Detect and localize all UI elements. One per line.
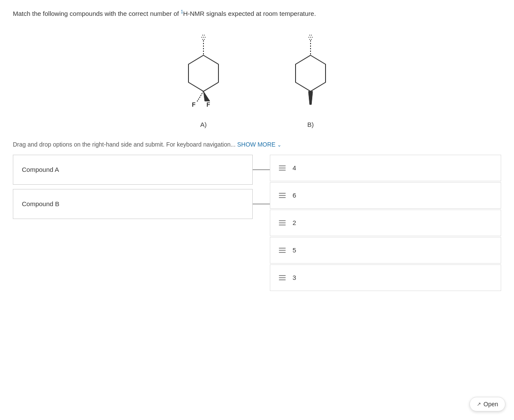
svg-marker-1: [188, 55, 218, 91]
svg-marker-11: [308, 91, 313, 105]
svg-text:F: F: [206, 101, 210, 108]
compound-a-row: Compound A: [13, 155, 270, 185]
diagram-a-label: A): [200, 121, 207, 128]
diagram-b-label: B): [308, 121, 314, 128]
instruction-text: Match the following compounds with the c…: [13, 9, 501, 19]
option-4[interactable]: 4: [270, 155, 501, 181]
svg-marker-10: [296, 55, 326, 91]
option-6-value: 6: [293, 192, 296, 199]
chevron-down-icon: ⌄: [277, 142, 281, 148]
drag-handle-icon: [279, 165, 286, 171]
diagram-b: B): [283, 32, 338, 128]
drag-handle-icon-3: [279, 220, 286, 225]
option-6[interactable]: 6: [270, 182, 501, 209]
svg-line-3: [197, 91, 203, 102]
instruction-prefix: Match the following compounds with the c…: [13, 10, 181, 17]
option-3-value: 3: [293, 274, 296, 281]
molecule-b-svg: [283, 32, 338, 117]
option-4-value: 4: [293, 164, 296, 171]
diagrams-section: F F A) B): [13, 32, 501, 128]
option-2-value: 2: [293, 219, 296, 226]
option-5-value: 5: [293, 246, 296, 254]
svg-text:F: F: [192, 101, 196, 108]
compound-b-row: Compound B: [13, 189, 270, 219]
compound-b-box[interactable]: Compound B: [13, 189, 253, 219]
dnd-instruction-text: Drag and drop options on the right-hand …: [13, 141, 236, 148]
drag-handle-icon-5: [279, 275, 286, 280]
matching-area: Compound A Compound B 4: [13, 155, 501, 291]
instruction-suffix: H-NMR signals expected at room temperatu…: [183, 10, 316, 17]
show-more-link[interactable]: SHOW MORE ⌄: [237, 141, 281, 148]
option-5[interactable]: 5: [270, 237, 501, 264]
drag-handle-icon-4: [279, 248, 286, 253]
compounds-section: Compound A Compound B: [13, 155, 270, 219]
diagram-a: F F A): [176, 32, 231, 128]
drag-handle-icon-2: [279, 193, 286, 198]
dnd-instruction: Drag and drop options on the right-hand …: [13, 141, 501, 148]
svg-marker-2: [203, 91, 210, 101]
option-2[interactable]: 2: [270, 210, 501, 236]
options-column: 4 6 2 5: [270, 155, 501, 291]
molecule-a-svg: F F: [176, 32, 231, 117]
connector-a: [253, 169, 270, 170]
connector-b: [253, 204, 270, 204]
option-3[interactable]: 3: [270, 264, 501, 291]
compound-b-label: Compound B: [22, 200, 60, 207]
compound-a-label: Compound A: [22, 166, 59, 173]
compound-a-box[interactable]: Compound A: [13, 155, 253, 185]
